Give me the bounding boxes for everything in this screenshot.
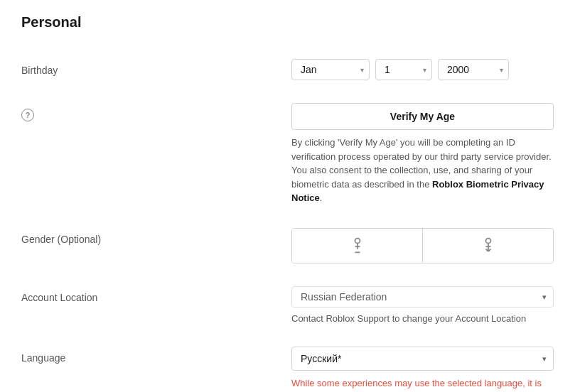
birthday-content: Jan Feb Mar Apr May Jun Jul Aug Sep Oct … — [291, 59, 554, 80]
page-title: Personal — [21, 14, 554, 31]
birthday-label-text: Birthday — [21, 65, 58, 76]
personal-form: Birthday Jan Feb Mar Apr May Jun Jul Aug… — [21, 48, 554, 392]
location-select: Russian Federation — [291, 286, 554, 307]
language-warning: While some experiences may use the selec… — [291, 376, 554, 393]
day-select[interactable]: 1234 5678 9101112 13141516 17181920 2122… — [375, 59, 432, 80]
account-location-label: Account Location — [21, 286, 291, 303]
language-row: Language Русский* English ▾ While some e… — [21, 335, 554, 393]
language-content: Русский* English ▾ While some experience… — [291, 347, 554, 393]
verify-age-content: Verify My Age By clicking 'Verify My Age… — [291, 103, 554, 205]
month-select[interactable]: Jan Feb Mar Apr May Jun Jul Aug Sep Oct … — [291, 59, 370, 80]
gender-row: Gender (Optional) — [21, 217, 554, 275]
gender-label-text: Gender (Optional) — [21, 234, 101, 245]
verify-age-row: ? Verify My Age By clicking 'Verify My A… — [21, 92, 554, 217]
help-icon[interactable]: ? — [21, 109, 34, 121]
verify-age-description: By clicking 'Verify My Age' you will be … — [291, 136, 554, 205]
svg-point-0 — [355, 238, 360, 243]
account-location-content: Russian Federation ▾ Contact Roblox Supp… — [291, 286, 554, 324]
gender-female-button[interactable] — [423, 229, 553, 263]
year-select[interactable]: 2000 1999 1998 1997 — [438, 59, 509, 80]
account-location-row: Account Location Russian Federation ▾ Co… — [21, 275, 554, 335]
gender-content — [291, 228, 554, 263]
language-select[interactable]: Русский* English — [291, 347, 554, 371]
language-label: Language — [21, 347, 291, 364]
female-icon — [478, 236, 498, 256]
year-select-wrapper: 2000 1999 1998 1997 ▾ — [438, 59, 509, 80]
month-select-wrapper: Jan Feb Mar Apr May Jun Jul Aug Sep Oct … — [291, 59, 370, 80]
svg-point-1 — [485, 238, 490, 243]
birthday-selects: Jan Feb Mar Apr May Jun Jul Aug Sep Oct … — [291, 59, 554, 80]
biometric-notice-link[interactable]: Roblox Biometric Privacy Notice — [291, 179, 544, 204]
location-select-wrapper: Russian Federation ▾ — [291, 286, 554, 307]
verify-age-label: ? — [21, 103, 291, 121]
day-select-wrapper: 1234 5678 9101112 13141516 17181920 2122… — [375, 59, 432, 80]
language-label-text: Language — [21, 352, 65, 364]
gender-options — [291, 228, 554, 263]
birthday-row: Birthday Jan Feb Mar Apr May Jun Jul Aug… — [21, 48, 554, 92]
gender-male-button[interactable] — [292, 229, 423, 263]
verify-age-button[interactable]: Verify My Age — [291, 103, 554, 130]
male-icon — [348, 236, 367, 256]
gender-label: Gender (Optional) — [21, 228, 291, 245]
birthday-label: Birthday — [21, 59, 291, 76]
location-note: Contact Roblox Support to change your Ac… — [291, 313, 554, 324]
language-select-wrapper: Русский* English ▾ — [291, 347, 554, 371]
account-location-label-text: Account Location — [21, 292, 97, 303]
